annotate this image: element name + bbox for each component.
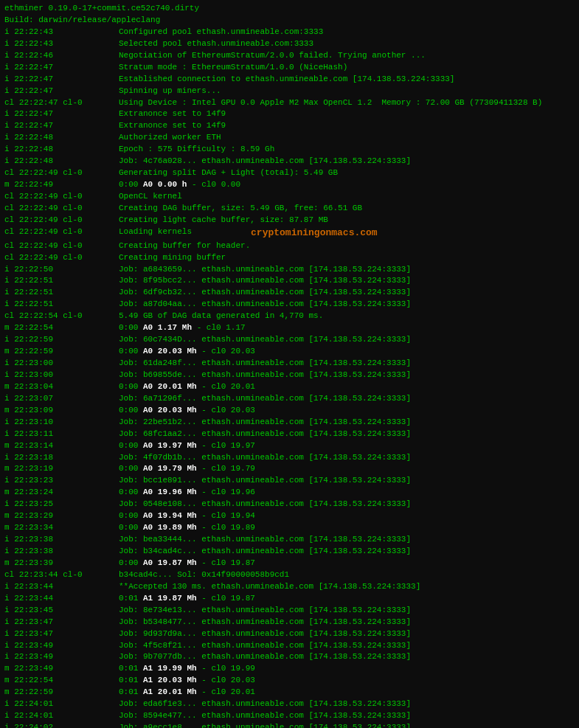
line-prefix: i 22:22:51	[4, 287, 119, 299]
line-prefix: i 22:22:47	[4, 74, 119, 86]
line-msg: Job: 4c76a028... ethash.unmineable.com […	[119, 156, 411, 167]
line-prefix: i 22:22:59	[4, 334, 119, 346]
line-msg: Job: 4f5c8f21... ethash.unmineable.com […	[119, 640, 411, 652]
line-msg: Job: b69855de... ethash.unmineable.com […	[119, 370, 411, 381]
hash-rate: A1 20.03 Mh	[143, 676, 197, 684]
terminal-line: i 22:23:18 Job: 4f07db1b... ethash.unmin…	[4, 452, 575, 464]
line-msg: Job: 0548e108... ethash.unmineable.com […	[119, 499, 411, 510]
terminal-line: m 22:22:59 0:01 A1 20.01 Mh - cl0 20.01	[4, 687, 575, 698]
hash-rate: A0 20.03 Mh	[143, 406, 197, 415]
hash-rate: A1 19.87 Mh	[143, 594, 197, 603]
line-prefix: i 22:23:45	[4, 605, 119, 617]
hash-rate: A0 20.03 Mh	[143, 347, 197, 356]
line-prefix: i 22:23:10	[4, 417, 119, 429]
line-prefix: i 22:23:18	[4, 452, 119, 464]
terminal-line: i 22:22:46 Negotiation of EthereumStratu…	[4, 50, 575, 62]
line-msg: OpenCL kernel	[119, 191, 182, 203]
line-prefix: cl 22:22:49 cl-0	[4, 215, 119, 226]
terminal-line: m 22:22:59 0:00 A0 20.03 Mh - cl0 20.03	[4, 346, 575, 358]
terminal-line: m 22:23:39 0:00 A0 19.87 Mh - cl0 19.87	[4, 558, 575, 569]
line-prefix: i 22:22:48	[4, 132, 119, 144]
line-prefix: i 22:22:48	[4, 144, 119, 156]
terminal-line: cl 22:22:49 cl-0 OpenCL kernel	[4, 191, 575, 203]
line-msg: Loading kernels	[119, 226, 192, 240]
terminal-line: i 22:23:10 Job: 22be51b2... ethash.unmin…	[4, 417, 575, 429]
terminal-line: i 22:23:23 Job: bcc1e891... ethash.unmin…	[4, 475, 575, 487]
line-msg: Job: a6843659... ethash.unmineable.com […	[119, 264, 411, 276]
terminal-line: i 22:22:48 Job: 4c76a028... ethash.unmin…	[4, 156, 575, 167]
hash-rate: A0 19.97 Mh	[143, 441, 197, 450]
hash-rate: A0 0.00 h	[143, 180, 187, 189]
line-prefix: m 22:22:59	[4, 687, 119, 698]
line-msg: Authorized worker ETH	[119, 132, 221, 144]
line-msg: Job: 61da248f... ethash.unmineable.com […	[119, 358, 411, 370]
line-prefix: i 22:22:47	[4, 62, 119, 74]
terminal-line: m 22:23:04 0:00 A0 20.01 Mh - cl0 20.01	[4, 381, 575, 393]
hash-rate: A0 19.94 Mh	[143, 511, 197, 520]
line-prefix: i 22:22:51	[4, 299, 119, 311]
line-msg: 0:00 A0 0.00 h - cl0 0.00	[119, 179, 240, 191]
line-prefix: i 22:22:46	[4, 50, 119, 62]
line-msg: Job: b5348477... ethash.unmineable.com […	[119, 617, 411, 628]
terminal-line: i 22:23:44 0:01 A1 19.87 Mh - cl0 19.87	[4, 593, 575, 605]
terminal-line: cl 22:22:49 cl-0 Loading kernelscryptomi…	[4, 226, 575, 240]
terminal-line: i 22:22:51 Job: 6df9cb32... ethash.unmin…	[4, 287, 575, 299]
line-msg: **Accepted 130 ms. ethash.unmineable.com…	[119, 581, 420, 593]
terminal-line: m 22:23:14 0:00 A0 19.97 Mh - cl0 19.97	[4, 440, 575, 452]
line-prefix: i 22:23:11	[4, 429, 119, 440]
terminal-line: i 22:22:48 Authorized worker ETH	[4, 132, 575, 144]
line-prefix: cl 22:22:49 cl-0	[4, 167, 119, 179]
terminal-line: m 22:23:34 0:00 A0 19.89 Mh - cl0 19.89	[4, 522, 575, 534]
line-msg: 0:00 A0 19.89 Mh - cl0 19.89	[119, 522, 255, 534]
hash-rate: A0 19.89 Mh	[143, 523, 197, 532]
line-prefix: i 22:23:44	[4, 581, 119, 593]
line-msg: Job: a9ecc1e8... ethash.unmineable.com […	[119, 722, 411, 728]
line-msg: Creating DAG buffer, size: 5.49 GB, free…	[119, 203, 362, 215]
line-prefix: i 22:22:47	[4, 120, 119, 132]
terminal-line: i 22:23:45 Job: 8e734e13... ethash.unmin…	[4, 605, 575, 617]
line-msg: 0:01 A1 19.87 Mh - cl0 19.87	[119, 593, 255, 605]
line-prefix: i 22:23:38	[4, 534, 119, 546]
line-prefix: cl 22:22:49 cl-0	[4, 240, 119, 252]
terminal-line: cl 22:22:47 cl-0 Using Device : Intel GP…	[4, 97, 575, 109]
line-msg: 0:00 A0 19.87 Mh - cl0 19.87	[119, 558, 255, 569]
terminal-line: m 22:23:29 0:00 A0 19.94 Mh - cl0 19.94	[4, 510, 575, 522]
terminal-line: i 22:24:01 Job: eda6f1e3... ethash.unmin…	[4, 698, 575, 710]
line-msg: 0:01 A1 20.01 Mh - cl0 20.01	[119, 687, 255, 698]
line-msg: Creating light cache buffer, size: 87.87…	[119, 215, 328, 226]
line-msg: Configured pool ethash.unmineable.com:33…	[119, 27, 323, 38]
line-prefix: i 22:23:00	[4, 358, 119, 370]
line-prefix: m 22:23:24	[4, 487, 119, 499]
line-prefix: m 22:23:09	[4, 405, 119, 417]
line-msg: Job: bea33444... ethash.unmineable.com […	[119, 534, 411, 546]
line-msg: Job: 60c7434D... ethash.unmineable.com […	[119, 334, 411, 346]
line-prefix: i 22:22:47	[4, 108, 119, 120]
terminal-line: i 22:23:47 Job: b5348477... ethash.unmin…	[4, 617, 575, 628]
line-msg: 0:00 A0 19.94 Mh - cl0 19.94	[119, 510, 255, 522]
line-prefix: m 22:22:54	[4, 322, 119, 334]
terminal-window: ethminer 0.19.0-17+commit.ce52c740.dirty…	[4, 3, 575, 728]
terminal-line: m 22:23:49 0:01 A1 19.99 Mh - cl0 19.99	[4, 663, 575, 675]
line-msg: 0:00 A0 19.79 Mh - cl0 19.79	[119, 463, 255, 475]
line-msg: 0:00 A0 19.96 Mh - cl0 19.96	[119, 487, 255, 499]
terminal-line: i 22:22:47 Stratum mode : EthereumStratu…	[4, 62, 575, 74]
line-msg: 0:00 A0 19.97 Mh - cl0 19.97	[119, 440, 255, 452]
line-prefix: i 22:23:00	[4, 370, 119, 381]
app-title: ethminer 0.19.0-17+commit.ce52c740.dirty	[4, 3, 575, 15]
terminal-line: m 22:22:54 0:01 A1 20.03 Mh - cl0 20.03	[4, 675, 575, 687]
line-msg: Spinning up miners...	[119, 86, 221, 97]
line-prefix: m 22:22:54	[4, 675, 119, 687]
hash-rate: A0 19.79 Mh	[143, 464, 197, 473]
terminal-body: i 22:22:43 Configured pool ethash.unmine…	[4, 27, 575, 728]
line-prefix: i 22:24:02	[4, 722, 119, 728]
line-prefix: cl 22:22:54 cl-0	[4, 311, 119, 322]
terminal-line: i 22:22:50 Job: a6843659... ethash.unmin…	[4, 264, 575, 276]
line-msg: Creating buffer for header.	[119, 240, 250, 252]
terminal-line: i 22:22:47 Extranonce set to 14f9	[4, 108, 575, 120]
terminal-line: cl 22:22:54 cl-0 5.49 GB of DAG data gen…	[4, 311, 575, 322]
terminal-line: i 22:23:38 Job: bea33444... ethash.unmin…	[4, 534, 575, 546]
line-prefix: m 22:23:49	[4, 663, 119, 675]
terminal-line: i 22:24:02 Job: a9ecc1e8... ethash.unmin…	[4, 722, 575, 728]
terminal-line: i 22:23:25 Job: 0548e108... ethash.unmin…	[4, 499, 575, 510]
line-prefix: i 22:23:38	[4, 546, 119, 558]
